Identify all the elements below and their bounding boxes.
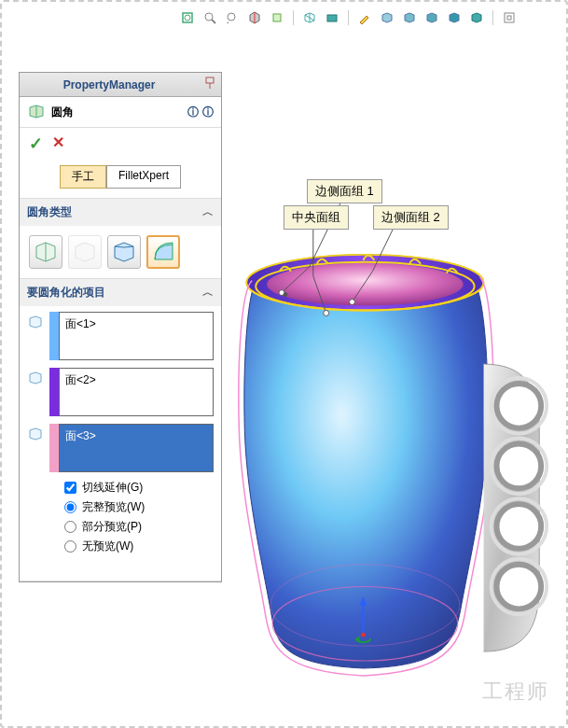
type-full-round[interactable] bbox=[146, 235, 180, 269]
svg-rect-5 bbox=[273, 14, 281, 21]
section-fillet-type: 圆角类型 ︿ bbox=[20, 199, 221, 279]
color-bar-3 bbox=[49, 424, 59, 472]
section-head-type[interactable]: 圆角类型 ︿ bbox=[20, 199, 221, 226]
radio-no-preview[interactable] bbox=[64, 540, 76, 553]
face-row-2: 面<2> bbox=[27, 368, 214, 416]
help-icon-2[interactable]: ⓘ bbox=[202, 105, 214, 120]
svg-point-17 bbox=[496, 504, 541, 549]
shade5-icon[interactable] bbox=[468, 9, 485, 26]
shade1-icon[interactable] bbox=[379, 9, 395, 26]
zoom-area-icon[interactable] bbox=[201, 9, 218, 26]
command-label: 圆角 bbox=[51, 105, 184, 120]
face-field-2[interactable]: 面<2> bbox=[59, 368, 214, 416]
panel-titlebar: PropertyManager bbox=[20, 73, 221, 97]
section-title-items: 要圆角化的项目 bbox=[27, 285, 105, 301]
section-title-type: 圆角类型 bbox=[27, 204, 72, 220]
face-row-1: 面<1> bbox=[27, 312, 214, 360]
section-head-items[interactable]: 要圆角化的项目 ︿ bbox=[20, 279, 221, 306]
ok-button[interactable]: ✓ bbox=[29, 133, 43, 154]
type-face[interactable] bbox=[107, 235, 141, 269]
cube-icon bbox=[27, 314, 44, 330]
tab-filletxpert[interactable]: FilletXpert bbox=[106, 165, 181, 189]
zoom-fit-icon[interactable] bbox=[179, 9, 196, 26]
separator bbox=[348, 10, 349, 25]
svg-point-25 bbox=[361, 633, 366, 637]
separator bbox=[492, 10, 493, 25]
shade2-icon[interactable] bbox=[401, 9, 418, 26]
color-bar-2 bbox=[49, 368, 59, 416]
options: 切线延伸(G) 完整预览(W) 部分预览(P) 无预览(W) bbox=[27, 480, 214, 569]
type-variable[interactable] bbox=[68, 235, 102, 269]
isometric-icon[interactable] bbox=[301, 9, 318, 26]
face-row-3: 面<3> bbox=[27, 424, 214, 472]
radio-partial-preview[interactable] bbox=[64, 521, 76, 533]
label-none: 无预览(W) bbox=[82, 539, 133, 554]
label-full: 完整预览(W) bbox=[82, 499, 145, 515]
color-bar-1 bbox=[49, 312, 59, 360]
perspective-icon[interactable] bbox=[501, 9, 518, 26]
callout-center: 中央面组 bbox=[284, 205, 349, 230]
svg-rect-6 bbox=[327, 15, 337, 21]
face-field-1[interactable]: 面<1> bbox=[59, 312, 214, 360]
type-constant[interactable] bbox=[29, 235, 62, 269]
svg-point-12 bbox=[267, 263, 464, 306]
svg-point-29 bbox=[324, 310, 329, 315]
shade3-icon[interactable] bbox=[423, 9, 440, 26]
panel-title: PropertyManager bbox=[20, 78, 199, 91]
shade4-icon[interactable] bbox=[446, 9, 463, 26]
section-icon[interactable] bbox=[246, 9, 263, 26]
face-list: 面<1> 面<2> 面<3> 切线延伸(G) 完整预览(W) bbox=[20, 306, 221, 581]
svg-point-28 bbox=[284, 293, 287, 297]
tab-manual[interactable]: 手工 bbox=[60, 165, 106, 189]
checkbox-tangent[interactable] bbox=[64, 482, 76, 494]
svg-point-18 bbox=[496, 565, 541, 609]
section-items: 要圆角化的项目 ︿ 面<1> 面<2> 面<3> bbox=[20, 279, 221, 581]
svg-point-16 bbox=[496, 444, 541, 489]
label-partial: 部分预览(P) bbox=[82, 519, 142, 535]
svg-rect-31 bbox=[206, 77, 214, 83]
caret-icon: ︿ bbox=[202, 204, 214, 220]
radio-full-preview[interactable] bbox=[64, 501, 76, 513]
svg-rect-8 bbox=[507, 16, 511, 20]
edit-scene-icon[interactable] bbox=[356, 9, 373, 26]
zoom-prev-icon[interactable] bbox=[224, 9, 241, 26]
face-field-3[interactable]: 面<3> bbox=[59, 424, 214, 472]
display-icon[interactable] bbox=[324, 9, 340, 26]
fillet-icon bbox=[27, 103, 46, 121]
mode-tabs: 手工 FilletXpert bbox=[20, 160, 221, 199]
cancel-button[interactable]: ✕ bbox=[52, 133, 64, 154]
svg-point-15 bbox=[496, 384, 541, 428]
svg-line-3 bbox=[212, 20, 215, 23]
svg-point-4 bbox=[228, 13, 235, 21]
command-row: 圆角 ⓘ ⓘ bbox=[20, 97, 221, 128]
svg-point-2 bbox=[205, 13, 213, 21]
svg-rect-7 bbox=[505, 13, 514, 22]
separator bbox=[293, 10, 294, 25]
help-icon-1[interactable]: ⓘ bbox=[187, 105, 199, 120]
watermark: 工程师 bbox=[482, 678, 549, 706]
ok-cancel-row: ✓ ✕ bbox=[20, 128, 221, 160]
callout-side2: 边侧面组 2 bbox=[373, 205, 449, 230]
caret-icon: ︿ bbox=[202, 285, 214, 301]
svg-point-1 bbox=[185, 15, 190, 21]
svg-point-30 bbox=[350, 300, 355, 305]
pin-icon[interactable] bbox=[199, 76, 221, 93]
label-tangent: 切线延伸(G) bbox=[82, 480, 143, 496]
callout-side1: 边侧面组 1 bbox=[307, 179, 382, 203]
cube-icon bbox=[27, 370, 44, 386]
top-toolbar bbox=[179, 9, 518, 26]
fillet-type-buttons bbox=[20, 226, 221, 278]
front-icon[interactable] bbox=[269, 9, 285, 26]
cube-icon bbox=[27, 426, 44, 442]
property-manager: PropertyManager 圆角 ⓘ ⓘ ✓ ✕ 手工 FilletXper… bbox=[19, 72, 222, 582]
